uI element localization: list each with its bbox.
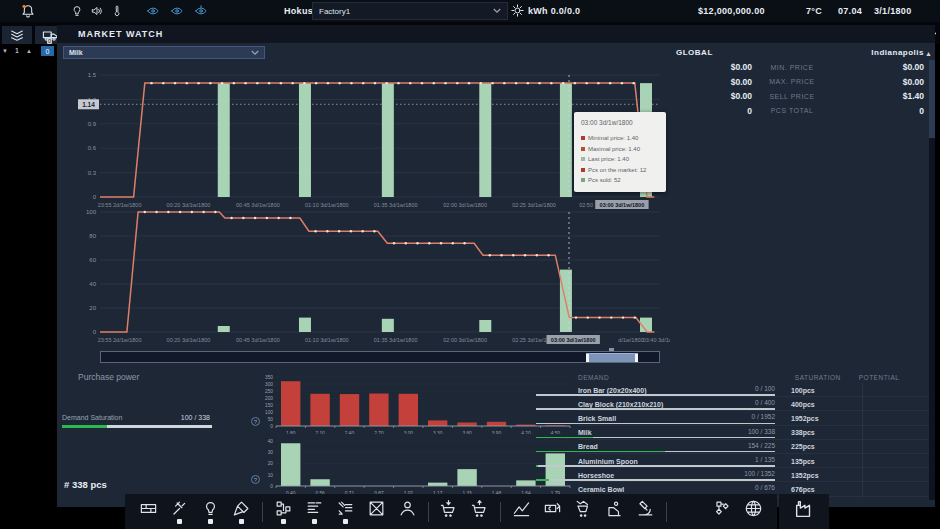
tooltip-text: Minimal price: 1.40 <box>588 133 638 144</box>
purchase-power-price-chart[interactable]: 3503002502001501005001.802.102.402.703.0… <box>246 372 578 434</box>
market-history-chart[interactable]: 10080604020023:55 2d/1w/180000:20 3d/1w/… <box>78 206 670 350</box>
purchase-cart-button[interactable] <box>433 495 464 528</box>
saturation-track <box>536 394 775 396</box>
world-map-button[interactable] <box>738 495 769 528</box>
build-wall-button[interactable] <box>133 495 164 528</box>
saturation-fill <box>536 479 549 481</box>
money-readout: $12,000,000.00 <box>698 6 765 16</box>
world-map-icon <box>744 499 763 518</box>
tools-button[interactable] <box>164 495 195 528</box>
crate-button[interactable] <box>361 495 392 528</box>
scroll-up-arrow[interactable]: ▲ <box>925 50 932 57</box>
demand-item-name: Bread <box>578 443 726 450</box>
handle-left-cap[interactable] <box>586 354 589 362</box>
svg-text:300: 300 <box>265 382 273 387</box>
chart-tooltip: 03:00 3d/1w/1800 Minimal price: 1.40Maxi… <box>574 112 666 192</box>
demand-row[interactable]: Horseshoe100 / 13521352pcs <box>578 468 930 482</box>
svg-text:100: 100 <box>265 410 273 415</box>
layer-up-button[interactable]: ▲ <box>26 48 32 54</box>
saturation-value: 100 / 1352 <box>744 470 775 477</box>
demand-row[interactable]: Milk100 / 338338pcs <box>578 426 930 440</box>
demand-saturation-cell: 154 / 225 <box>726 440 775 454</box>
demand-item-name: Aluminium Spoon <box>578 458 726 465</box>
factory-selector-value: Factory1 <box>319 7 350 16</box>
eye-toggle-icon[interactable] <box>170 5 184 17</box>
svg-text:2.40: 2.40 <box>345 431 355 434</box>
demand-row[interactable]: Brick Small0 / 19521952pcs <box>578 411 930 425</box>
panel-scrollbar-handle[interactable] <box>929 60 935 138</box>
thermometer-icon[interactable] <box>110 4 124 18</box>
factory-button[interactable] <box>789 495 820 528</box>
panel-scrollbar[interactable] <box>929 60 935 500</box>
market-cart-button[interactable] <box>568 495 599 528</box>
handle-right-cap[interactable] <box>635 354 638 362</box>
construction-queue-button[interactable] <box>330 495 361 528</box>
logistics-network-button[interactable] <box>707 495 738 528</box>
demand-row[interactable]: Clay Block (210x210x210)0 / 400400pcs <box>578 397 930 411</box>
layer-down-button[interactable]: ▼ <box>2 48 8 54</box>
badge-spacer <box>405 519 410 524</box>
tooltip-bullet <box>581 147 585 151</box>
notifications-bell-icon[interactable] <box>20 3 36 19</box>
layers-tool-tile[interactable] <box>2 26 32 44</box>
lightbulb-button[interactable] <box>195 495 226 528</box>
stat-city-value: $0.00 <box>832 77 924 87</box>
sell-cart-button[interactable] <box>464 495 495 528</box>
saturation-value: 154 / 225 <box>748 442 775 449</box>
help-icon[interactable]: ? <box>251 417 260 426</box>
svg-text:1.5: 1.5 <box>88 72 97 78</box>
demand-row[interactable]: Iron Bar (20x20x400)0 / 100100pcs <box>578 383 930 397</box>
purchase-power-low-chart[interactable]: 4030201000.400.560.710.871.021.171.331.4… <box>246 436 578 494</box>
stat-row: $0.00MAX. PRICE$0.00 <box>660 75 924 90</box>
game-screen: Hokus Factory1 kWh 0.0/0.0 $12,000,000.0… <box>0 0 940 529</box>
demand-item-name: Iron Bar (20x20x400) <box>578 387 726 394</box>
time-range-scrollbar[interactable] <box>100 351 660 363</box>
time-range-handle[interactable] <box>586 353 638 362</box>
toolbar-group <box>133 495 257 528</box>
svg-text:4.50: 4.50 <box>551 431 561 434</box>
tooltip-bullet <box>581 178 585 182</box>
toolbar-separator <box>666 502 667 522</box>
settings-gear-icon[interactable] <box>510 3 525 18</box>
production-chain-button[interactable] <box>268 495 299 528</box>
stat-global-value: $0.00 <box>660 77 752 87</box>
research-button[interactable] <box>630 495 661 528</box>
badge-spacer <box>550 519 555 524</box>
factory-selector[interactable]: Factory1 <box>312 2 508 20</box>
task-list-button[interactable] <box>299 495 330 528</box>
stat-global-value: $0.00 <box>660 62 752 72</box>
energy-readout: kWh 0.0/0.0 <box>528 6 580 16</box>
badge-spacer <box>519 519 524 524</box>
tooltip-item: Maximal price: 1.40 <box>581 144 660 155</box>
tooltip-text: Last price: 1.40 <box>588 154 629 165</box>
demand-saturation-cell: 0 / 100 <box>726 383 775 397</box>
toolbar-separator <box>428 502 429 522</box>
svg-text:01:35 3d/1w/1800: 01:35 3d/1w/1800 <box>374 337 418 343</box>
svg-text:01:10 3d/1w/1800: 01:10 3d/1w/1800 <box>305 337 349 343</box>
help-icon[interactable]: ? <box>251 475 260 484</box>
contracts-button[interactable] <box>599 495 630 528</box>
tooltip-item: Minimal price: 1.40 <box>581 133 660 144</box>
sound-speaker-icon[interactable] <box>90 4 104 18</box>
price-chart-button[interactable] <box>506 495 537 528</box>
demand-saturation-fill <box>62 425 107 428</box>
research-icon <box>636 499 655 518</box>
staff-button[interactable] <box>392 495 423 528</box>
demand-table-headers: DEMAND SATURATION POTENTIAL <box>578 371 930 383</box>
svg-text:4.20: 4.20 <box>521 431 531 434</box>
demand-row[interactable]: Aluminium Spoon1 / 135135pcs <box>578 454 930 468</box>
factory-tile[interactable] <box>779 494 829 529</box>
lightbulb-toggle-icon[interactable] <box>70 4 84 18</box>
product-selector[interactable]: Milk <box>63 46 265 59</box>
badge-spacer <box>612 519 617 524</box>
finances-button[interactable] <box>537 495 568 528</box>
purchase-power-title: Purchase power <box>78 372 139 382</box>
svg-text:0: 0 <box>270 484 273 489</box>
truck-queue-chip[interactable]: 0 <box>41 46 54 56</box>
eye-toggle-icon[interactable] <box>146 5 160 17</box>
demand-row[interactable]: Bread154 / 225225pcs <box>578 440 930 454</box>
tooltip-text: Pcs sold: 52 <box>588 175 621 186</box>
paint-brush-button[interactable] <box>226 495 257 528</box>
svg-text:0.6: 0.6 <box>88 145 97 151</box>
eye-toggle-icon[interactable] <box>194 5 208 17</box>
